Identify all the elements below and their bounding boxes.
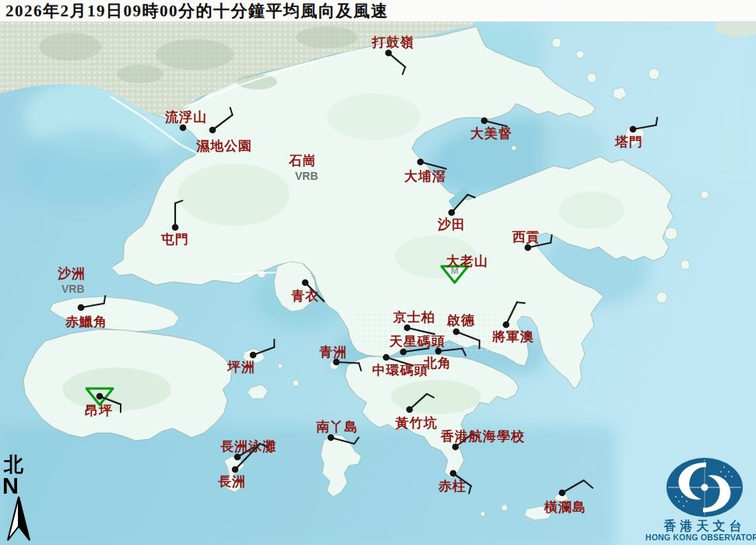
station-dot bbox=[328, 434, 335, 441]
station-dot bbox=[448, 209, 455, 216]
station-label: 黃竹坑 bbox=[395, 415, 438, 431]
station-dot bbox=[97, 393, 104, 400]
station-dot bbox=[234, 454, 241, 461]
wind-barb-half bbox=[517, 302, 525, 303]
station-label: 赤柱 bbox=[438, 479, 466, 494]
station-dot bbox=[453, 329, 460, 336]
station-label: 濕地公園 bbox=[195, 139, 252, 153]
station-label: 青衣 bbox=[291, 289, 319, 304]
station-label: 打鼓嶺 bbox=[371, 35, 414, 50]
variable-wind-text: VRB bbox=[295, 170, 318, 182]
hko-name-en: HONG KONG OBSERVATORY bbox=[645, 533, 756, 542]
station-label: 中環碼頭 bbox=[372, 363, 428, 378]
station-label: 沙田 bbox=[437, 217, 466, 232]
basemap bbox=[0, 0, 756, 545]
station-dot bbox=[383, 354, 390, 361]
station-label: 將軍澳 bbox=[491, 329, 534, 344]
hk-wind-map: 打鼓嶺流浮山濕地公園石崗VRB大美督塔門大埔滘沙田屯門西貢M大老山沙洲VRB赤鱲… bbox=[0, 0, 756, 545]
station-dot bbox=[400, 349, 407, 356]
station-label: 青洲 bbox=[319, 345, 347, 360]
wind-staff bbox=[336, 362, 359, 364]
station-dot bbox=[525, 244, 532, 251]
station-dot bbox=[232, 466, 239, 473]
station-dot bbox=[452, 444, 459, 451]
station-sha-chau: 沙洲VRB bbox=[57, 266, 86, 295]
title-bar: 2026年2月19日09時00分的十分鐘平均風向及風速 bbox=[0, 0, 756, 22]
station-label: 京士柏 bbox=[392, 310, 435, 325]
station-label: 石崗 bbox=[288, 153, 317, 168]
station-label: 赤鱲角 bbox=[65, 315, 107, 329]
station-label: 屯門 bbox=[160, 232, 189, 247]
lantau-hill bbox=[62, 367, 171, 411]
station-dot bbox=[435, 348, 442, 355]
station-label: 塔門 bbox=[614, 135, 643, 149]
station-dot bbox=[481, 118, 488, 125]
station-dot bbox=[417, 159, 424, 166]
station-dot bbox=[180, 125, 187, 132]
station-dot bbox=[302, 280, 309, 287]
station-label: 流浮山 bbox=[164, 110, 207, 125]
hk-island-hill bbox=[391, 380, 481, 414]
station-dot bbox=[209, 127, 216, 134]
station-label: 北角 bbox=[423, 356, 452, 371]
station-dot bbox=[450, 470, 457, 477]
station-label: 橫瀾島 bbox=[543, 500, 586, 515]
station-dot bbox=[503, 322, 510, 329]
station-dot bbox=[404, 325, 411, 332]
station-label: 西貢 bbox=[512, 230, 540, 244]
station-label: 長洲 bbox=[218, 474, 246, 489]
station-label: 天星碼頭 bbox=[389, 334, 445, 349]
compass-north-hanzi: 北 bbox=[3, 454, 24, 475]
hko-name-zh: 香港天文台 bbox=[663, 519, 746, 533]
station-label: 香港航海學校 bbox=[440, 429, 525, 444]
wind-map-screen: 打鼓嶺流浮山濕地公園石崗VRB大美督塔門大埔滘沙田屯門西貢M大老山沙洲VRB赤鱲… bbox=[0, 0, 756, 545]
station-label: 坪洲 bbox=[227, 360, 255, 374]
station-label: 大美督 bbox=[470, 125, 512, 141]
wind-barb-half bbox=[550, 235, 551, 243]
station-label: 大埔滘 bbox=[404, 169, 446, 184]
station-label: 大老山 bbox=[446, 254, 488, 269]
station-dot bbox=[630, 126, 637, 133]
station-label: 沙洲 bbox=[57, 266, 86, 281]
compass-north-letter: N bbox=[2, 473, 19, 498]
station-dot bbox=[250, 352, 257, 359]
variable-wind-text: VRB bbox=[62, 283, 85, 295]
station-dot bbox=[559, 490, 566, 497]
station-label: 南丫島 bbox=[316, 420, 358, 434]
station-dot bbox=[385, 50, 392, 57]
map-title: 2026年2月19日09時00分的十分鐘平均風向及風速 bbox=[5, 2, 389, 20]
station-label: 啟德 bbox=[446, 313, 475, 328]
station-label: 長洲泳灘 bbox=[220, 439, 276, 454]
station-dot bbox=[172, 224, 179, 231]
station-dot bbox=[78, 304, 85, 311]
station-dot bbox=[406, 406, 413, 413]
station-label: 昂坪 bbox=[85, 403, 113, 418]
